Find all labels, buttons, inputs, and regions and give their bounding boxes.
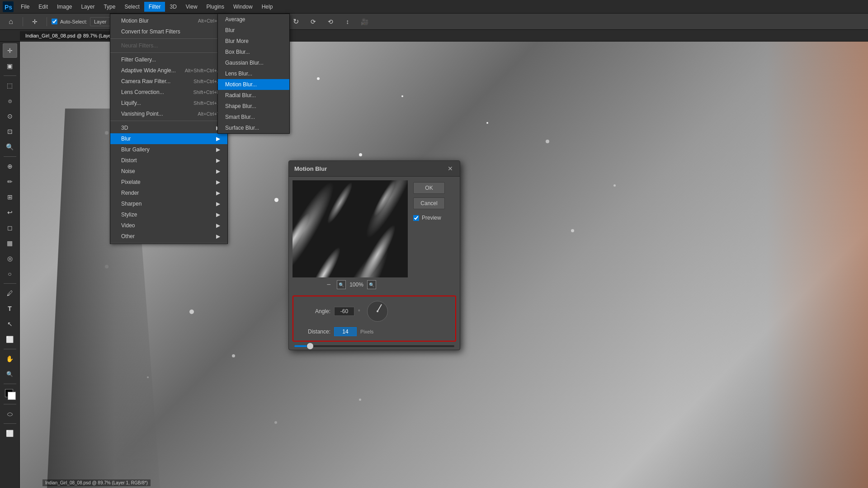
menu-entry-pixelate[interactable]: Pixelate ▶ (110, 177, 227, 188)
screen-mode[interactable]: ⬜ (3, 426, 17, 441)
blur-sub-blur-more[interactable]: Blur More (218, 36, 289, 47)
menu-plugins[interactable]: Plugins (202, 2, 229, 12)
blur-sub-gaussian[interactable]: Gaussian Blur... (218, 57, 289, 68)
marquee-tool[interactable]: ⬚ (3, 78, 17, 93)
menu-image[interactable]: Image (52, 2, 76, 12)
toolbar-3d-slide[interactable]: ↕ (340, 14, 355, 29)
menu-entry-3d[interactable]: 3D ▶ (110, 122, 227, 133)
history-brush[interactable]: ↩ (3, 205, 17, 220)
lasso-tool[interactable]: ⌾ (3, 94, 17, 108)
crop-tool[interactable]: ⊡ (3, 124, 17, 139)
cancel-button[interactable]: Cancel (413, 197, 445, 209)
color-swatches[interactable] (3, 387, 17, 401)
gradient-tool[interactable]: ▦ (3, 236, 17, 250)
blur-sub-surface[interactable]: Surface Blur... (218, 122, 289, 133)
svg-text:Ps: Ps (5, 4, 12, 11)
menu-file[interactable]: File (16, 2, 34, 12)
menu-filter[interactable]: Filter (144, 2, 165, 12)
distance-input[interactable] (334, 327, 357, 336)
path-select[interactable]: ↖ (3, 317, 17, 331)
vanishing-label: Vanishing Point... (121, 111, 163, 117)
toolbar-3d-orbit[interactable]: ⟲ (323, 14, 338, 29)
menu-entry-adaptive[interactable]: Adaptive Wide Angle... Alt+Shift+Ctrl+A (110, 65, 227, 76)
menu-edit[interactable]: Edit (34, 2, 52, 12)
menu-entry-filter-gallery[interactable]: Filter Gallery... (110, 54, 227, 65)
motion-blur-recent-label: Motion Blur (121, 18, 149, 24)
menu-layer[interactable]: Layer (76, 2, 99, 12)
menu-view[interactable]: View (181, 2, 202, 12)
blur-sub-blur[interactable]: Blur (218, 25, 289, 36)
zoom-in-btn[interactable]: 🔍 (367, 280, 376, 289)
blur-sub-box[interactable]: Box Blur... (218, 47, 289, 57)
shape-tool[interactable]: ⬜ (3, 332, 17, 347)
blur-gallery-label: Blur Gallery (121, 146, 150, 153)
zoom-fit-btn[interactable]: 🔍 (337, 280, 346, 289)
dial-center (377, 310, 378, 312)
zoom-tool[interactable]: 🔍 (3, 367, 17, 381)
toolbar-move-tool[interactable]: ✛ (28, 14, 42, 29)
blur-sub-lens[interactable]: Lens Blur... (218, 68, 289, 79)
hand-tool[interactable]: ✋ (3, 352, 17, 366)
menu-entry-video[interactable]: Video ▶ (110, 220, 227, 231)
menu-entry-stylize[interactable]: Stylize ▶ (110, 209, 227, 220)
menu-type[interactable]: Type (99, 2, 120, 12)
blur-sub-motion[interactable]: Motion Blur... (218, 79, 289, 90)
blur-sub-blur-more-label: Blur More (225, 38, 249, 44)
menu-entry-liquify[interactable]: Liquify... Shift+Ctrl+X (110, 98, 227, 108)
zoom-out-btn[interactable]: − (324, 280, 333, 289)
blur-tool[interactable]: ◎ (3, 251, 17, 266)
quick-select-tool[interactable]: ⊙ (3, 109, 17, 123)
menu-help[interactable]: Help (257, 2, 278, 12)
menu-entry-motion-blur-recent[interactable]: Motion Blur Alt+Ctrl+F (110, 15, 227, 26)
toolbar-home-btn[interactable]: ⌂ (4, 14, 18, 29)
menu-entry-distort[interactable]: Distort ▶ (110, 155, 227, 166)
healing-brush[interactable]: ⊕ (3, 159, 17, 174)
menu-window[interactable]: Window (229, 2, 257, 12)
preview-checkbox[interactable] (413, 215, 419, 221)
eyedropper-tool[interactable]: 🔍 (3, 140, 17, 154)
toolbar-sep-2 (47, 17, 47, 26)
blur-sub-average[interactable]: Average (218, 14, 289, 25)
menu-entry-lens-correction[interactable]: Lens Correction... Shift+Ctrl+R (110, 87, 227, 98)
toolbar-3d-pan[interactable]: ⟳ (306, 14, 321, 29)
menu-entry-blur-gallery[interactable]: Blur Gallery ▶ (110, 144, 227, 155)
slider-thumb[interactable] (307, 343, 313, 349)
eraser-tool[interactable]: ◻ (3, 221, 17, 235)
menu-entry-render[interactable]: Render ▶ (110, 188, 227, 198)
dialog-close-btn[interactable]: ✕ (446, 164, 454, 173)
angle-input[interactable] (334, 307, 354, 316)
blur-sub-radial[interactable]: Radial Blur... (218, 90, 289, 101)
toolbar-3d-rotate[interactable]: ↻ (289, 14, 303, 29)
brush-tool[interactable]: ✏ (3, 174, 17, 189)
menu-entry-sharpen[interactable]: Sharpen ▶ (110, 198, 227, 209)
menu-entry-camera-raw[interactable]: Camera Raw Filter... Shift+Ctrl+A (110, 76, 227, 87)
adaptive-label: Adaptive Wide Angle... (121, 67, 176, 74)
menu-3d[interactable]: 3D (165, 2, 181, 12)
menu-entry-blur[interactable]: Blur ▶ (110, 133, 227, 144)
type-tool[interactable]: T (3, 301, 17, 316)
toolbar-3d-camera[interactable]: 🎥 (358, 14, 372, 29)
ok-button[interactable]: OK (413, 182, 445, 194)
move-tool[interactable]: ✛ (3, 43, 17, 58)
menu-select[interactable]: Select (120, 2, 144, 12)
menu-entry-vanishing[interactable]: Vanishing Point... Alt+Ctrl+V (110, 108, 227, 119)
menu-entry-noise[interactable]: Noise ▶ (110, 166, 227, 177)
dodge-tool[interactable]: ○ (3, 267, 17, 281)
menu-entry-other[interactable]: Other ▶ (110, 231, 227, 242)
artboard-tool[interactable]: ▣ (3, 59, 17, 73)
clone-stamp[interactable]: ⊞ (3, 190, 17, 204)
quick-mask[interactable]: ⬭ (3, 407, 17, 421)
slider-track[interactable] (294, 345, 454, 347)
blur-sub-smart[interactable]: Smart Blur... (218, 112, 289, 122)
blur-submenu: Average Blur Blur More Box Blur... Gauss… (217, 14, 290, 134)
noise-arrow: ▶ (216, 168, 220, 174)
blur-sub-shape[interactable]: Shape Blur... (218, 101, 289, 112)
blur-sub-smart-label: Smart Blur... (225, 114, 255, 120)
menu-entry-convert-smart[interactable]: Convert for Smart Filters (110, 26, 227, 37)
lens-correction-label: Lens Correction... (121, 89, 164, 95)
pen-tool[interactable]: 🖊 (3, 286, 17, 300)
tool-sep-2 (4, 156, 16, 157)
pixelate-arrow: ▶ (216, 179, 220, 185)
angle-dial[interactable] (367, 301, 388, 322)
auto-select-checkbox[interactable] (52, 19, 57, 24)
